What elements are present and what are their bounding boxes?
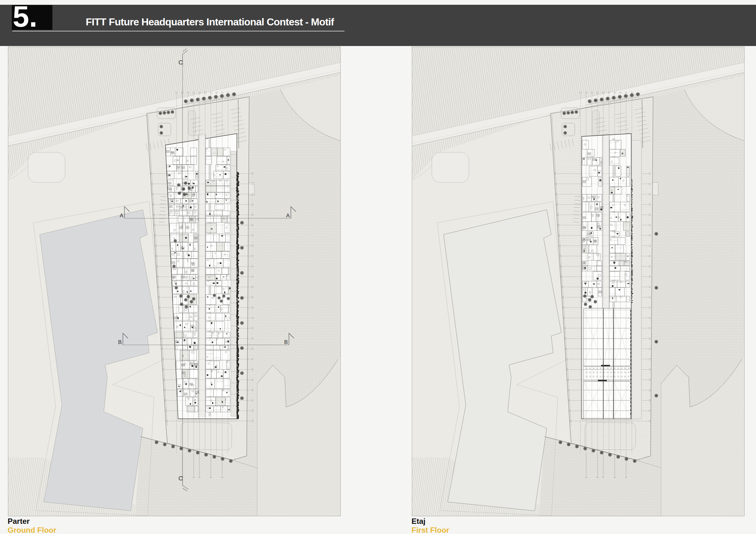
- svg-text:A: A: [286, 213, 290, 218]
- svg-text:B: B: [118, 339, 122, 345]
- svg-text:B: B: [284, 339, 288, 345]
- svg-text:C: C: [178, 59, 183, 66]
- svg-text:A: A: [120, 213, 123, 218]
- svg-text:C: C: [178, 475, 183, 482]
